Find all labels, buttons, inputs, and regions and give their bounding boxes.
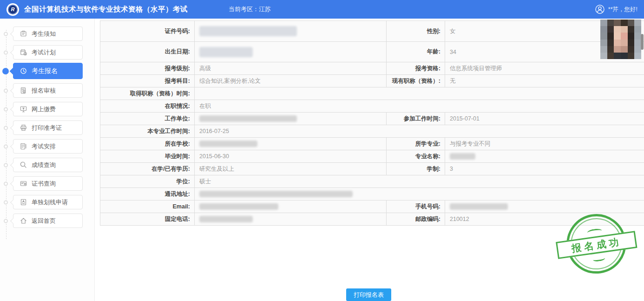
sidebar-item-candidate-notice[interactable]: 考生须知 — [13, 27, 83, 41]
sidebar-item-registration-review[interactable]: 报名审核 — [13, 83, 83, 98]
timeline-dot — [4, 88, 8, 93]
field-value — [195, 87, 644, 100]
sidebar-item-candidate-registration[interactable]: 考生报名 — [13, 63, 83, 79]
sidebar-item-label: 返回首页 — [32, 217, 56, 225]
field-label: 在学/已有学历: — [100, 163, 195, 175]
sidebar-item-exam-plan[interactable]: 考试计划 — [13, 45, 83, 60]
form-row-degree: 学位: 硕士 — [100, 175, 644, 187]
field-value: 2015-06-30 — [195, 150, 386, 162]
app-logo-icon: R — [7, 3, 19, 16]
home-icon — [20, 217, 27, 225]
field-value — [195, 188, 644, 200]
redacted-value — [199, 203, 278, 210]
field-label: 邮政编码: — [386, 213, 445, 225]
timeline-dot — [4, 32, 8, 36]
sidebar-item-back-to-home[interactable]: 返回首页 — [13, 214, 83, 228]
field-value: 信息系统项目管理师 — [445, 62, 644, 74]
field-value: 2015-07-01 — [445, 113, 644, 125]
form-row-email: Email: 手机号码: — [100, 200, 644, 213]
clock-icon — [20, 67, 27, 75]
form-row-education-level: 在学/已有学历: 研究生及以上 学制: 3 — [100, 162, 644, 175]
redacted-value — [199, 115, 297, 122]
sidebar-item-label: 考生报名 — [32, 67, 58, 75]
field-value: 与报考专业不同 — [445, 138, 644, 150]
timeline-dot-active — [2, 68, 9, 74]
field-label: Email: — [100, 201, 195, 213]
user-avatar-icon — [595, 4, 605, 14]
form-row-landline: 固定电话: 邮政编码: 210012 — [100, 213, 644, 225]
app-header: R 全国计算机技术与软件专业技术资格（水平）考试 当前考区：江苏 **芹，您好! — [0, 0, 644, 19]
field-label: 专业名称: — [386, 150, 445, 162]
field-label: 手机号码: — [386, 201, 445, 213]
field-label: 学制: — [386, 163, 445, 175]
form-row-birth-date: 出生日期: 年龄: 34 — [100, 41, 644, 62]
timeline-dot — [4, 200, 8, 204]
form-row-graduation-time: 毕业时间: 2015-06-30 专业名称: — [100, 150, 644, 162]
redacted-value — [199, 140, 257, 147]
sidebar-item-label: 报名审核 — [32, 87, 56, 95]
field-label: 性别: — [386, 21, 445, 41]
field-value: 无 — [445, 75, 644, 87]
user-account-chip[interactable]: **芹，您好! — [595, 4, 637, 14]
certificate-icon — [20, 180, 27, 187]
timeline-dot — [4, 163, 8, 167]
sidebar-item-online-payment[interactable]: 网上缴费 — [13, 102, 83, 116]
sidebar-item-print-admission-ticket[interactable]: 打印准考证 — [13, 120, 83, 135]
form-row-title-obtain-time: 取得职称（资格）时间: — [100, 87, 644, 100]
field-value — [195, 201, 386, 213]
sidebar-item-label: 考试计划 — [32, 48, 56, 57]
sidebar-item-separate-passline-application[interactable]: 单独划线申请 — [13, 195, 83, 209]
field-value — [195, 113, 386, 125]
registration-form-table: 证件号码: 性别: 女 出生日期: 年龄: 34 报考级别: 高级 报考资格: … — [100, 20, 644, 226]
timeline-dot — [4, 107, 8, 111]
field-value: 综合知识,案例分析,论文 — [195, 75, 386, 87]
app-title: 全国计算机技术与软件专业技术资格（水平）考试 — [24, 5, 188, 14]
form-row-mailing-address: 通讯地址: — [100, 187, 644, 200]
timeline-line — [6, 30, 7, 239]
sidebar-item-label: 考试安排 — [32, 142, 56, 151]
score-search-icon — [20, 161, 27, 169]
field-label: 取得职称（资格）时间: — [100, 87, 195, 100]
field-label: 参加工作时间: — [386, 113, 445, 125]
sidebar-item-certificate-inquiry[interactable]: 证书查询 — [13, 176, 83, 191]
form-row-employment-status: 在职情况: 在职 — [100, 100, 644, 112]
sidebar-item-label: 成绩查询 — [32, 161, 56, 169]
print-registration-form-button[interactable]: 打印报名表 — [346, 288, 391, 301]
field-label: 报考资格: — [386, 62, 445, 74]
sidebar-item-exam-arrangement[interactable]: 考试安排 — [13, 139, 83, 154]
printer-icon — [20, 124, 27, 132]
field-value: 高级 — [195, 62, 386, 74]
timeline-dot — [4, 219, 8, 223]
sidebar-item-label: 网上缴费 — [32, 105, 56, 114]
redacted-value — [450, 153, 475, 160]
sidebar-item-score-inquiry[interactable]: 成绩查询 — [13, 158, 83, 172]
field-label: 证件号码: — [100, 21, 195, 41]
form-row-employer: 工作单位: 参加工作时间: 2015-07-01 — [100, 112, 644, 125]
field-value — [445, 201, 644, 213]
form-row-profession-work-time: 本专业工作时间: 2016-07-25 — [100, 125, 644, 137]
field-value: 2016-07-25 — [195, 125, 644, 137]
redacted-value — [199, 216, 253, 222]
field-value — [195, 213, 386, 225]
field-value: 3 — [445, 163, 644, 175]
notice-board-icon — [20, 30, 27, 38]
current-region-label: 当前考区：江苏 — [229, 5, 271, 13]
field-value: 210012 — [445, 213, 644, 225]
timeline-dot — [4, 144, 8, 148]
form-row-exam-subjects: 报考科目: 综合知识,案例分析,论文 现有职称（资格）: 无 — [100, 74, 644, 87]
field-label: 出生日期: — [100, 42, 195, 62]
field-label: 所学专业: — [386, 138, 445, 150]
field-label: 报考级别: — [100, 62, 195, 74]
sidebar-item-label: 考生须知 — [32, 30, 56, 38]
registration-detail-panel: 证件号码: 性别: 女 出生日期: 年龄: 34 报考级别: 高级 报考资格: … — [95, 19, 644, 301]
field-label: 本专业工作时间: — [100, 125, 195, 137]
field-label: 现有职称（资格）: — [386, 75, 445, 87]
vertical-scrollbar-thumb[interactable] — [641, 34, 644, 50]
sidebar-item-label: 单独划线申请 — [32, 198, 68, 207]
field-label: 年龄: — [386, 42, 445, 62]
redacted-value — [450, 203, 508, 210]
form-row-exam-level: 报考级别: 高级 报考资格: 信息系统项目管理师 — [100, 62, 644, 74]
schedule-icon — [20, 142, 27, 150]
field-value — [445, 150, 644, 162]
field-label: 所在学校: — [100, 138, 195, 150]
